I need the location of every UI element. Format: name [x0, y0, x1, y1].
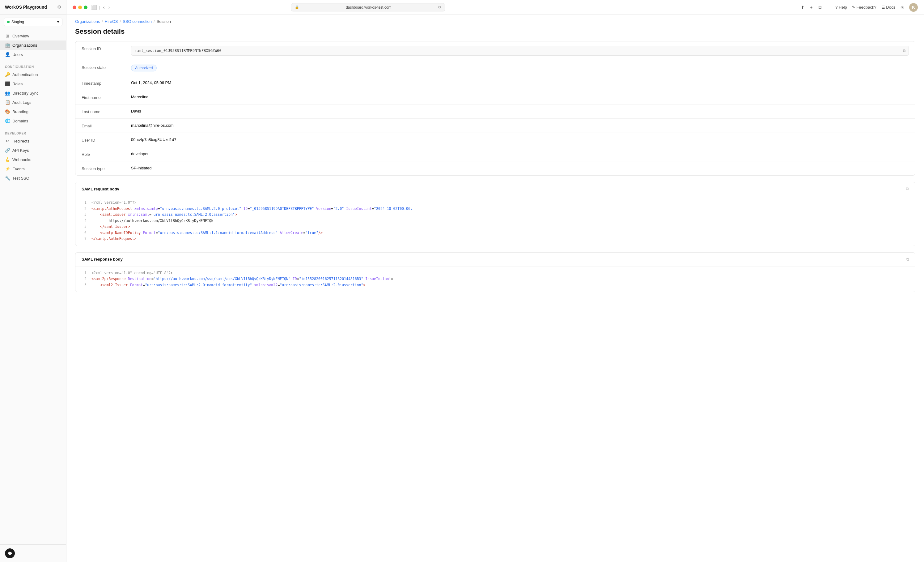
- minimize-button[interactable]: [78, 6, 82, 9]
- email-value: marcelina@hire-os.com: [131, 123, 909, 128]
- sidebar-item-audit-logs[interactable]: 📋 Audit Logs: [0, 98, 66, 107]
- saml-request-body: 1 <?xml version="1.0"?> 2 <samlp:AuthnRe…: [75, 196, 915, 246]
- copy-saml-request-icon[interactable]: ⧉: [906, 186, 909, 191]
- env-selector[interactable]: Staging ▾: [4, 18, 62, 26]
- sidebar-item-label: Events: [12, 167, 25, 171]
- nav-developer-section: DEVELOPER ↩ Redirects 🔗 API Keys 🪝 Webho…: [0, 127, 66, 185]
- share-icon[interactable]: ⬆: [801, 5, 804, 10]
- audit-logs-icon: 📋: [5, 100, 10, 105]
- tabs-icon[interactable]: ⊡: [818, 5, 822, 10]
- email-label: Email: [82, 123, 131, 128]
- window-controls: [73, 6, 87, 9]
- code-line: 2 <samlp:AuthnRequest xmlns:samlp="urn:o…: [82, 206, 909, 212]
- user-avatar[interactable]: K: [909, 3, 918, 12]
- status-badge: Authorized: [131, 65, 157, 71]
- help-link[interactable]: ? Help: [835, 5, 847, 10]
- events-icon: ⚡: [5, 166, 10, 171]
- sidebar-toggle-icon[interactable]: ⬜: [91, 5, 97, 10]
- branding-icon: 🎨: [5, 109, 10, 114]
- reload-icon[interactable]: ↻: [438, 5, 441, 10]
- sidebar-item-organizations[interactable]: 🏢 Organizations: [0, 41, 66, 50]
- last-name-value: Davis: [131, 109, 909, 113]
- organizations-icon: 🏢: [5, 43, 10, 48]
- timestamp-value: Oct 1, 2024, 05:06 PM: [131, 80, 909, 85]
- session-id-field: saml_session_01J958S11RMMR9NTNFBX5GZW60 …: [131, 46, 909, 56]
- breadcrumb-bar: Organizations / HireOS / SSO connection …: [66, 15, 924, 24]
- settings-icon[interactable]: ⚙: [57, 5, 61, 10]
- sidebar-item-label: Branding: [12, 110, 28, 114]
- sidebar-header: WorkOS Playground ⚙: [0, 0, 66, 15]
- sidebar-item-authentication[interactable]: 🔑 Authentication: [0, 70, 66, 79]
- breadcrumb-hireos[interactable]: HireOS: [105, 19, 118, 24]
- code-line: 5 </saml:Issuer>: [82, 224, 909, 230]
- breadcrumb-organizations[interactable]: Organizations: [75, 19, 100, 24]
- session-state-value: Authorized: [131, 65, 909, 71]
- sidebar-item-api-keys[interactable]: 🔗 API Keys: [0, 146, 66, 155]
- redirects-icon: ↩: [5, 138, 10, 143]
- env-status-dot: [7, 21, 10, 23]
- topbar: ⬜ | ‹ › 🔒 dashboard.workos-test.com ↻ ⬆ …: [66, 0, 924, 15]
- sidebar-item-test-sso[interactable]: 🔧 Test SSO: [0, 173, 66, 183]
- saml-request-card: SAML request body ⧉ 1 <?xml version="1.0…: [75, 182, 915, 246]
- overview-icon: ⊞: [5, 33, 10, 38]
- new-tab-icon[interactable]: ＋: [809, 5, 813, 10]
- session-id-value: saml_session_01J958S11RMMR9NTNFBX5GZW60 …: [131, 46, 909, 56]
- developer-section-label: DEVELOPER: [0, 129, 66, 136]
- code-line: 1 <?xml version="1.0"?>: [82, 200, 909, 206]
- page-title: Session details: [66, 24, 924, 41]
- nav-top-section: ⊞ Overview 🏢 Organizations 👤 Users: [0, 29, 66, 61]
- address-bar[interactable]: 🔒 dashboard.workos-test.com ↻: [291, 3, 445, 11]
- saml-request-title: SAML request body: [82, 187, 119, 191]
- sidebar-item-redirects[interactable]: ↩ Redirects: [0, 136, 66, 146]
- copy-session-id-icon[interactable]: ⧉: [903, 48, 906, 53]
- breadcrumb: Organizations / HireOS / SSO connection …: [75, 19, 171, 24]
- chevron-down-icon: ▾: [57, 20, 59, 24]
- code-line: 3 <saml2:Issuer Format="urn:oasis:names:…: [82, 282, 909, 289]
- test-sso-icon: 🔧: [5, 176, 10, 180]
- detail-row-user-id: User ID 00uc4p7a8bxg8UUxd1d7: [75, 133, 915, 147]
- saml-response-header: SAML response body ⧉: [75, 252, 915, 266]
- docs-link[interactable]: ☰ Docs: [881, 5, 895, 10]
- app-title: WorkOS Playground: [5, 5, 47, 10]
- sidebar-item-overview[interactable]: ⊞ Overview: [0, 31, 66, 41]
- sidebar-item-webhooks[interactable]: 🪝 Webhooks: [0, 155, 66, 164]
- session-details-card: Session ID saml_session_01J958S11RMMR9NT…: [75, 41, 915, 176]
- sidebar-item-label: API Keys: [12, 148, 29, 153]
- webhooks-icon: 🪝: [5, 157, 10, 162]
- copy-saml-response-icon[interactable]: ⧉: [906, 257, 909, 262]
- detail-row-timestamp: Timestamp Oct 1, 2024, 05:06 PM: [75, 76, 915, 90]
- sidebar-item-roles[interactable]: ⬛ Roles: [0, 79, 66, 89]
- svg-marker-0: [8, 551, 12, 555]
- theme-toggle-icon[interactable]: ☀: [900, 5, 904, 10]
- feedback-link[interactable]: ✎ Feedback?: [852, 5, 876, 10]
- session-state-label: Session state: [82, 65, 131, 70]
- first-name-label: First name: [82, 95, 131, 100]
- saml-response-card: SAML response body ⧉ 1 <?xml version="1.…: [75, 252, 915, 292]
- role-value: developer: [131, 152, 909, 156]
- sidebar-item-branding[interactable]: 🎨 Branding: [0, 107, 66, 116]
- main-area: ⬜ | ‹ › 🔒 dashboard.workos-test.com ↻ ⬆ …: [66, 0, 924, 562]
- nav-config-section: CONFIGURATION 🔑 Authentication ⬛ Roles 👥…: [0, 61, 66, 127]
- back-button[interactable]: ‹: [102, 4, 106, 11]
- user-id-label: User ID: [82, 137, 131, 143]
- user-id-value: 00uc4p7a8bxg8UUxd1d7: [131, 137, 909, 142]
- sidebar-item-label: Roles: [12, 82, 22, 86]
- sidebar-item-directory-sync[interactable]: 👥 Directory Sync: [0, 89, 66, 98]
- url-text: dashboard.workos-test.com: [301, 5, 436, 10]
- directory-sync-icon: 👥: [5, 90, 10, 96]
- sidebar-item-label: Organizations: [12, 43, 37, 48]
- breadcrumb-sso-connection[interactable]: SSO connection: [123, 19, 152, 24]
- sidebar-item-users[interactable]: 👤 Users: [0, 50, 66, 59]
- sidebar-item-label: Domains: [12, 119, 28, 123]
- workos-logo-icon[interactable]: [5, 548, 15, 558]
- sidebar-item-domains[interactable]: 🌐 Domains: [0, 116, 66, 126]
- sidebar-item-events[interactable]: ⚡ Events: [0, 164, 66, 173]
- first-name-value: Marcelina: [131, 95, 909, 99]
- maximize-button[interactable]: [84, 6, 87, 9]
- code-line: 4 https://auth.workos.com/XbLV1lBhQyQzKR…: [82, 218, 909, 224]
- close-button[interactable]: [73, 6, 76, 9]
- detail-row-email: Email marcelina@hire-os.com: [75, 119, 915, 133]
- saml-response-body: 1 <?xml version="1.0" encoding="UTF-8"?>…: [75, 266, 915, 292]
- forward-button[interactable]: ›: [107, 4, 111, 11]
- separator: |: [99, 5, 100, 10]
